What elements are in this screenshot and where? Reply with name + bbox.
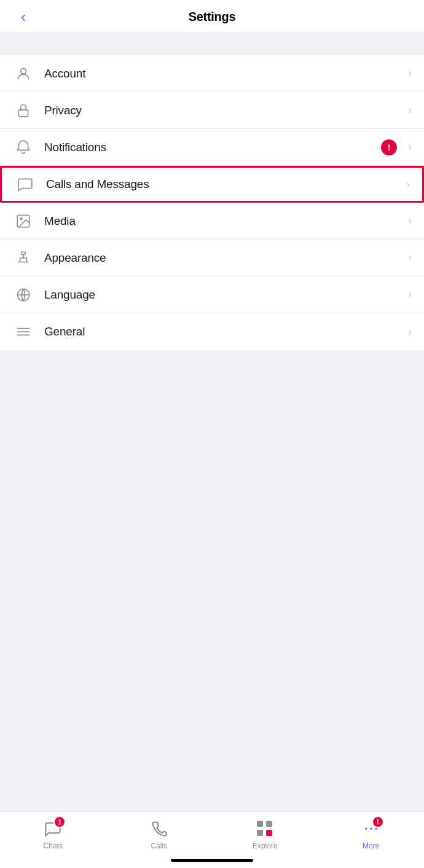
explore-dot-tl — [257, 821, 263, 827]
back-button[interactable]: ‹ — [12, 6, 34, 28]
tab-item-chats[interactable]: 1 Chats — [0, 818, 106, 850]
settings-item-media[interactable]: Media › — [0, 203, 424, 240]
svg-point-10 — [370, 827, 372, 830]
explore-icon — [257, 821, 273, 837]
media-icon — [12, 210, 34, 232]
svg-point-0 — [21, 68, 26, 74]
explore-dot-tr — [266, 821, 272, 827]
chats-tab-label: Chats — [44, 842, 63, 850]
explore-tab-icon-wrap — [254, 818, 275, 839]
general-icon — [12, 321, 34, 343]
tab-bar: 1 Chats Calls Explore — [0, 811, 424, 854]
calls-tab-icon-wrap — [149, 818, 170, 839]
language-icon — [12, 284, 34, 306]
calls-icon — [151, 820, 168, 837]
notifications-badge: ! — [381, 139, 397, 155]
settings-item-calls-messages[interactable]: Calls and Messages › — [0, 166, 424, 203]
settings-item-language[interactable]: Language › — [0, 276, 424, 313]
privacy-label: Privacy — [44, 104, 403, 117]
top-spacer — [0, 33, 424, 55]
appearance-chevron: › — [408, 251, 412, 264]
chats-tab-icon-wrap: 1 — [42, 818, 63, 839]
more-tab-label: More — [363, 842, 379, 850]
explore-dot-bl — [257, 830, 263, 836]
svg-point-9 — [365, 827, 367, 830]
privacy-icon — [12, 100, 34, 122]
svg-rect-1 — [18, 109, 28, 116]
notifications-chevron: › — [408, 141, 412, 154]
general-chevron: › — [408, 326, 412, 338]
chats-badge: 1 — [53, 816, 66, 828]
tab-item-calls[interactable]: Calls — [106, 818, 213, 850]
general-label: General — [44, 325, 403, 338]
language-label: Language — [44, 288, 403, 302]
media-label: Media — [44, 214, 403, 228]
privacy-chevron: › — [408, 104, 412, 117]
tab-item-more[interactable]: ! More — [318, 818, 425, 850]
account-label: Account — [44, 67, 403, 80]
svg-rect-4 — [22, 252, 26, 254]
page-title: Settings — [189, 10, 236, 24]
calls-messages-icon — [14, 173, 36, 195]
settings-list: Account › Privacy › Notifications ! › — [0, 55, 424, 350]
more-tab-icon-wrap: ! — [361, 818, 382, 839]
appearance-icon — [12, 247, 34, 269]
settings-item-appearance[interactable]: Appearance › — [0, 240, 424, 276]
explore-dot-br — [266, 830, 272, 836]
media-chevron: › — [408, 214, 412, 227]
account-chevron: › — [408, 67, 412, 80]
settings-item-account[interactable]: Account › — [0, 55, 424, 92]
settings-item-general[interactable]: General › — [0, 313, 424, 350]
settings-item-notifications[interactable]: Notifications ! › — [0, 129, 424, 166]
svg-point-3 — [20, 217, 22, 219]
calls-messages-chevron: › — [406, 178, 410, 191]
notifications-icon — [12, 136, 34, 158]
home-bar — [171, 859, 253, 862]
empty-area — [0, 350, 424, 811]
language-chevron: › — [408, 288, 412, 301]
settings-item-privacy[interactable]: Privacy › — [0, 92, 424, 129]
notifications-label: Notifications — [44, 141, 381, 154]
home-indicator — [0, 854, 424, 868]
tab-item-explore[interactable]: Explore — [212, 818, 318, 850]
explore-tab-label: Explore — [253, 842, 278, 850]
account-icon — [12, 63, 34, 85]
appearance-label: Appearance — [44, 251, 403, 265]
header: ‹ Settings — [0, 0, 424, 33]
calls-messages-label: Calls and Messages — [46, 178, 401, 191]
more-badge: ! — [372, 816, 384, 828]
calls-tab-label: Calls — [151, 842, 167, 850]
